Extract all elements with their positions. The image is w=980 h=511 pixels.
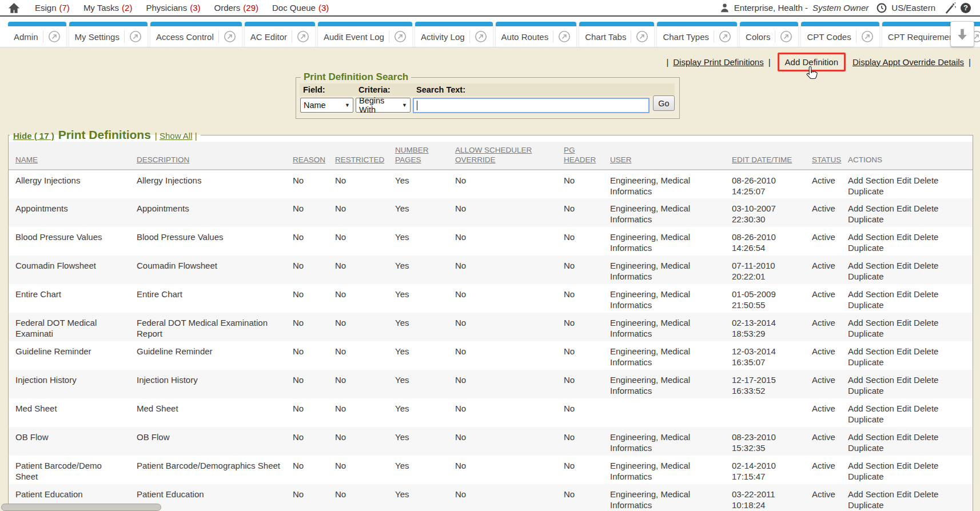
action-add-section-link[interactable]: Add Section	[848, 346, 894, 356]
open-in-new-icon[interactable]	[224, 30, 236, 43]
open-in-new-icon[interactable]	[297, 30, 309, 43]
tab-colors[interactable]: Colors	[740, 22, 798, 47]
action-edit-link[interactable]: Edit	[897, 404, 911, 413]
hide-link[interactable]: Hide ( 17 )	[13, 131, 54, 141]
action-duplicate-link[interactable]: Duplicate	[848, 386, 884, 396]
tab-audit-event-log[interactable]: Audit Event Log	[318, 22, 412, 47]
action-delete-link[interactable]: Delete	[914, 375, 938, 385]
action-duplicate-link[interactable]: Duplicate	[848, 214, 884, 224]
action-edit-link[interactable]: Edit	[897, 232, 911, 242]
action-add-section-link[interactable]: Add Section	[848, 461, 894, 470]
timezone-label[interactable]: US/Eastern	[891, 3, 935, 13]
open-in-new-icon[interactable]	[394, 30, 407, 43]
topnav-item-doc-queue[interactable]: Doc Queue(3)	[272, 3, 329, 13]
col-header-reason[interactable]: REASON	[293, 142, 335, 170]
action-add-section-link[interactable]: Add Section	[848, 404, 894, 413]
tab-ac-editor[interactable]: AC Editor	[245, 22, 315, 47]
action-duplicate-link[interactable]: Duplicate	[848, 443, 884, 453]
horizontal-scrollbar-thumb[interactable]	[1, 504, 161, 511]
open-in-new-icon[interactable]	[475, 30, 487, 43]
action-duplicate-link[interactable]: Duplicate	[848, 272, 884, 281]
open-in-new-icon[interactable]	[719, 30, 731, 43]
action-add-section-link[interactable]: Add Section	[848, 318, 894, 328]
home-icon[interactable]	[8, 2, 20, 14]
action-duplicate-link[interactable]: Duplicate	[848, 500, 884, 510]
col-header-name[interactable]: NAME	[9, 142, 137, 170]
action-edit-link[interactable]: Edit	[897, 489, 911, 499]
action-delete-link[interactable]: Delete	[914, 232, 938, 242]
col-header-user[interactable]: USER	[610, 142, 732, 170]
tab-chart-tabs[interactable]: Chart Tabs	[579, 22, 654, 47]
topnav-item-physicians[interactable]: Physicians(3)	[146, 3, 200, 13]
col-header-allow-scheduler-override[interactable]: ALLOW SCHEDULER OVERRIDE	[455, 142, 564, 170]
action-delete-link[interactable]: Delete	[914, 261, 938, 270]
action-edit-link[interactable]: Edit	[897, 289, 911, 299]
action-delete-link[interactable]: Delete	[914, 175, 938, 185]
tab-activity-log[interactable]: Activity Log	[415, 22, 493, 47]
col-header-description[interactable]: DESCRIPTION	[137, 142, 293, 170]
topnav-item-orders[interactable]: Orders(29)	[214, 3, 259, 13]
field-select[interactable]: Name ▼	[300, 98, 353, 113]
action-delete-link[interactable]: Delete	[914, 489, 938, 499]
action-duplicate-link[interactable]: Duplicate	[848, 186, 884, 196]
action-duplicate-link[interactable]: Duplicate	[848, 414, 884, 424]
tab-auto-routes[interactable]: Auto Routes	[496, 22, 577, 47]
action-delete-link[interactable]: Delete	[914, 203, 938, 213]
col-header-number-pages[interactable]: NUMBER PAGES	[395, 142, 455, 170]
action-duplicate-link[interactable]: Duplicate	[848, 243, 884, 253]
display-appt-override-link[interactable]: Display Appt Override Details	[852, 57, 964, 67]
wand-icon[interactable]	[945, 2, 956, 14]
open-in-new-icon[interactable]	[780, 30, 792, 43]
tab-cpt-codes[interactable]: CPT Codes	[801, 22, 879, 47]
action-duplicate-link[interactable]: Duplicate	[848, 357, 884, 367]
action-duplicate-link[interactable]: Duplicate	[848, 329, 884, 338]
action-add-section-link[interactable]: Add Section	[848, 289, 894, 299]
tab-chart-types[interactable]: Chart Types	[657, 22, 737, 47]
action-edit-link[interactable]: Edit	[897, 346, 911, 356]
tab-access-control[interactable]: Access Control	[150, 22, 242, 47]
action-duplicate-link[interactable]: Duplicate	[848, 472, 884, 481]
col-header-edit-date-time[interactable]: EDIT DATE/TIME	[732, 142, 812, 170]
topnav-item-esign[interactable]: Esign(7)	[35, 3, 70, 13]
col-header-status[interactable]: STATUS	[812, 142, 848, 170]
action-delete-link[interactable]: Delete	[914, 289, 938, 299]
topnav-item-my-tasks[interactable]: My Tasks(2)	[83, 3, 133, 13]
open-in-new-icon[interactable]	[558, 30, 571, 43]
open-in-new-icon[interactable]	[129, 30, 142, 43]
action-delete-link[interactable]: Delete	[914, 432, 938, 442]
action-edit-link[interactable]: Edit	[897, 461, 911, 470]
action-add-section-link[interactable]: Add Section	[848, 203, 894, 213]
action-edit-link[interactable]: Edit	[897, 318, 911, 328]
action-delete-link[interactable]: Delete	[914, 461, 938, 470]
action-edit-link[interactable]: Edit	[897, 432, 911, 442]
action-edit-link[interactable]: Edit	[897, 261, 911, 270]
action-add-section-link[interactable]: Add Section	[848, 261, 894, 270]
col-header-pg-header[interactable]: PG HEADER	[564, 142, 610, 170]
action-edit-link[interactable]: Edit	[897, 203, 911, 213]
open-in-new-icon[interactable]	[861, 30, 874, 43]
more-tabs-button[interactable]	[950, 21, 974, 47]
action-edit-link[interactable]: Edit	[897, 375, 911, 385]
action-add-section-link[interactable]: Add Section	[848, 175, 894, 185]
action-add-section-link[interactable]: Add Section	[848, 432, 894, 442]
open-in-new-icon[interactable]	[636, 30, 648, 43]
col-header-restricted[interactable]: RESTRICTED	[335, 142, 395, 170]
cell-status: Active	[812, 484, 848, 511]
tab-admin[interactable]: Admin	[8, 22, 66, 47]
criteria-select[interactable]: Begins With ▼	[356, 98, 411, 113]
help-icon[interactable]: ?	[961, 3, 971, 13]
action-add-section-link[interactable]: Add Section	[848, 232, 894, 242]
display-print-definitions-link[interactable]: Display Print Definitions	[673, 57, 763, 67]
action-edit-link[interactable]: Edit	[897, 175, 911, 185]
action-delete-link[interactable]: Delete	[914, 346, 938, 356]
action-delete-link[interactable]: Delete	[914, 404, 938, 413]
tab-my-settings[interactable]: My Settings	[69, 22, 148, 47]
show-all-link[interactable]: Show All	[160, 131, 193, 141]
search-text-input[interactable]	[414, 99, 648, 112]
go-button[interactable]: Go	[653, 95, 675, 111]
action-delete-link[interactable]: Delete	[914, 318, 938, 328]
action-duplicate-link[interactable]: Duplicate	[848, 300, 884, 310]
open-in-new-icon[interactable]	[48, 30, 61, 43]
action-add-section-link[interactable]: Add Section	[848, 375, 894, 385]
action-add-section-link[interactable]: Add Section	[848, 489, 894, 499]
